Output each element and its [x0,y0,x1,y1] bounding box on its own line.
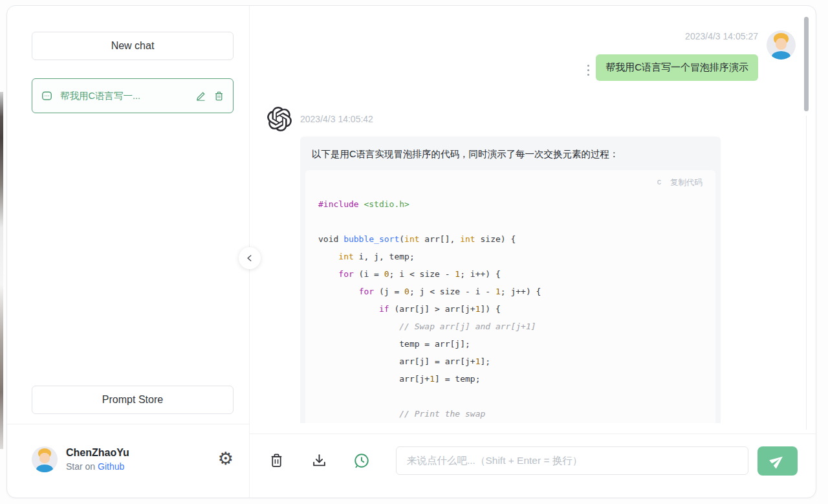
prompt-store-button[interactable]: Prompt Store [32,386,234,414]
settings-gear-icon[interactable]: ⚙ [218,450,234,468]
history-clock-button[interactable] [353,452,370,469]
clock-bubble-icon [353,452,370,469]
user-message: 2023/4/3 14:05:27 帮我用C语言写一个冒泡排序演示 [267,30,796,81]
chat-bubble-icon [41,90,53,102]
input-toolbar [250,433,816,498]
paper-plane-icon [767,450,789,472]
background-edge [0,92,3,449]
sidebar-spacer [32,113,234,386]
edit-icon[interactable] [195,91,206,102]
message-options-icon[interactable] [587,65,589,76]
download-icon [311,452,327,468]
code-block: c 复制代码 #include <stdio.h> void bubble_so… [305,170,715,423]
copy-code-button[interactable]: 复制代码 [670,177,703,188]
assistant-intro-text: 以下是用C语言实现冒泡排序的代码，同时演示了每一次交换元素的过程： [310,145,710,168]
chat-history-item[interactable]: 帮我用C语言写一... [32,78,234,113]
user-info: ChenZhaoYu Star on Github [66,446,210,473]
assistant-message: 2023/4/3 14:05:42 以下是用C语言实现冒泡排序的代码，同时演示了… [267,107,796,423]
chevron-left-icon [245,254,254,263]
chat-main: 2023/4/3 14:05:27 帮我用C语言写一个冒泡排序演示 [250,6,816,498]
user-name: ChenZhaoYu [66,446,210,460]
github-link[interactable]: Github [98,461,124,472]
sidebar-collapse-button[interactable] [239,247,261,269]
message-timestamp: 2023/4/3 14:05:27 [685,30,758,43]
sidebar-footer: ChenZhaoYu Star on Github ⚙ [7,424,249,498]
app-window: New chat 帮我用C语言写一... [6,5,816,498]
user-message-bubble: 帮我用C语言写一个冒泡排序演示 [596,54,758,81]
desktop-background: New chat 帮我用C语言写一... [0,0,828,504]
user-avatar [767,30,796,60]
assistant-message-bubble: 以下是用C语言实现冒泡排序的代码，同时演示了每一次交换元素的过程： c 复制代码… [300,137,721,423]
sidebar-main: New chat 帮我用C语言写一... [7,6,249,424]
code-language-label: c [657,177,661,188]
new-chat-button[interactable]: New chat [32,32,234,60]
scrollbar-thumb[interactable] [804,17,809,111]
clear-chat-button[interactable] [268,452,285,469]
trash-icon [268,452,285,468]
chat-item-title: 帮我用C语言写一... [60,90,188,102]
export-image-button[interactable] [310,452,327,469]
user-avatar [32,446,58,472]
send-button[interactable] [757,446,798,476]
openai-logo-icon [267,107,292,131]
code-lines: #include <stdio.h> void bubble_sort(int … [318,195,703,423]
chat-message-list[interactable]: 2023/4/3 14:05:27 帮我用C语言写一个冒泡排序演示 [250,6,816,423]
star-on-text: Star on [66,461,95,472]
message-input[interactable] [396,446,748,475]
sidebar: New chat 帮我用C语言写一... [7,6,250,498]
scrollbar-track [806,116,807,430]
delete-icon[interactable] [213,91,224,102]
message-timestamp: 2023/4/3 14:05:42 [300,113,721,126]
